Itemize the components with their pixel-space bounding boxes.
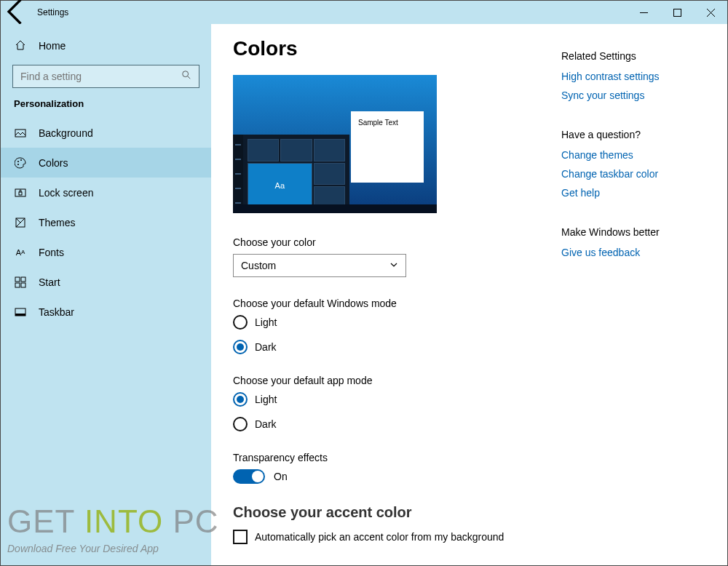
settings-window: Settings Home (0, 0, 728, 566)
radio-label: Dark (255, 418, 277, 430)
question-heading: Have a question? (561, 129, 713, 140)
svg-rect-12 (21, 283, 25, 287)
svg-rect-11 (15, 283, 20, 287)
toggle-state: On (274, 471, 288, 482)
radio-icon (233, 315, 248, 330)
svg-rect-0 (673, 9, 681, 16)
home-icon (14, 39, 27, 53)
windows-mode-label: Choose your default Windows mode (233, 298, 539, 309)
search-field[interactable] (20, 71, 181, 82)
link-change-themes[interactable]: Change themes (561, 149, 713, 161)
titlebar: Settings (1, 1, 727, 24)
radio-icon-selected (233, 340, 248, 354)
fonts-icon: AA (14, 248, 27, 257)
checkbox-label: Automatically pick an accent color from … (255, 531, 504, 543)
related-heading: Related Settings (561, 50, 713, 62)
minimize-icon (640, 9, 648, 17)
sidebar-item-label: Lock screen (39, 187, 93, 199)
accent-auto-checkbox[interactable]: Automatically pick an accent color from … (233, 530, 539, 544)
sidebar-item-label: Taskbar (39, 306, 74, 318)
radio-label: Dark (255, 341, 277, 353)
app-mode-light[interactable]: Light (233, 392, 539, 407)
chevron-down-icon (389, 260, 398, 271)
link-get-help[interactable]: Get help (561, 187, 713, 199)
sidebar-item-taskbar[interactable]: Taskbar (1, 297, 211, 327)
radio-icon-selected (233, 392, 248, 407)
app-mode-label: Choose your default app mode (233, 375, 539, 386)
nav-list: Background Colors Lock screen Themes AA … (1, 118, 211, 327)
window-title: Settings (33, 7, 68, 17)
sidebar-item-label: Colors (39, 157, 68, 169)
checkbox-icon (233, 530, 248, 544)
radio-label: Light (255, 316, 277, 328)
sidebar-item-fonts[interactable]: AA Fonts (1, 237, 211, 267)
svg-rect-9 (15, 277, 20, 282)
svg-rect-2 (15, 129, 25, 137)
color-mode-dropdown[interactable]: Custom (233, 254, 406, 277)
app-mode-dark[interactable]: Dark (233, 417, 539, 431)
page-title: Colors (233, 37, 539, 60)
arrow-left-icon (1, 0, 33, 28)
close-button[interactable] (694, 1, 727, 24)
preview-sample-window: Sample Text (351, 111, 424, 183)
section-title: Personalization (1, 98, 211, 118)
main-area: Colors Sample Text Aa (211, 24, 727, 565)
link-feedback[interactable]: Give us feedback (561, 247, 713, 258)
sidebar-item-lock-screen[interactable]: Lock screen (1, 178, 211, 207)
sidebar: Home Personalization Background C (1, 24, 211, 565)
accent-heading: Choose your accent color (233, 504, 539, 521)
sample-text: Sample Text (358, 119, 398, 127)
better-heading: Make Windows better (561, 226, 713, 238)
transparency-toggle[interactable] (233, 469, 265, 484)
palette-icon (14, 157, 27, 169)
color-preview: Sample Text Aa (233, 75, 437, 213)
svg-rect-14 (15, 314, 25, 316)
windows-mode-dark[interactable]: Dark (233, 340, 539, 354)
svg-rect-10 (21, 277, 25, 282)
start-icon (14, 276, 27, 288)
sidebar-item-label: Start (39, 276, 60, 288)
choose-color-label: Choose your color (233, 236, 539, 248)
search-input[interactable] (12, 65, 199, 88)
sidebar-item-colors[interactable]: Colors (1, 148, 211, 178)
right-rail: Related Settings High contrast settings … (561, 24, 727, 565)
picture-icon (14, 127, 27, 139)
windows-mode-light[interactable]: Light (233, 315, 539, 330)
link-sync-settings[interactable]: Sync your settings (561, 89, 713, 101)
link-change-taskbar-color[interactable]: Change taskbar color (561, 168, 713, 180)
preview-taskbar (233, 204, 437, 213)
radio-icon (233, 417, 248, 431)
svg-point-1 (183, 71, 189, 77)
dropdown-selected: Custom (241, 260, 276, 271)
maximize-icon (673, 9, 681, 17)
sidebar-item-label: Background (39, 127, 93, 139)
search-icon (181, 70, 191, 83)
taskbar-icon (14, 306, 27, 318)
radio-label: Light (255, 394, 277, 405)
link-high-contrast[interactable]: High contrast settings (561, 71, 713, 82)
transparency-label: Transparency effects (233, 452, 539, 463)
maximize-button[interactable] (660, 1, 694, 24)
lock-screen-icon (14, 187, 27, 199)
home-label: Home (39, 40, 66, 52)
sidebar-item-start[interactable]: Start (1, 267, 211, 297)
svg-point-4 (20, 159, 22, 161)
content: Colors Sample Text Aa (211, 24, 561, 565)
svg-rect-7 (19, 192, 22, 195)
svg-point-3 (17, 161, 19, 162)
sidebar-item-label: Themes (39, 217, 76, 228)
sidebar-item-label: Fonts (39, 247, 64, 258)
svg-point-5 (17, 164, 19, 165)
sidebar-item-themes[interactable]: Themes (1, 207, 211, 237)
home-nav[interactable]: Home (1, 33, 211, 59)
close-icon (707, 9, 715, 17)
themes-icon (14, 217, 27, 228)
minimize-button[interactable] (627, 1, 660, 24)
sidebar-item-background[interactable]: Background (1, 118, 211, 148)
preview-start-menu: Aa (233, 135, 349, 213)
preview-accent-tile: Aa (248, 163, 312, 209)
